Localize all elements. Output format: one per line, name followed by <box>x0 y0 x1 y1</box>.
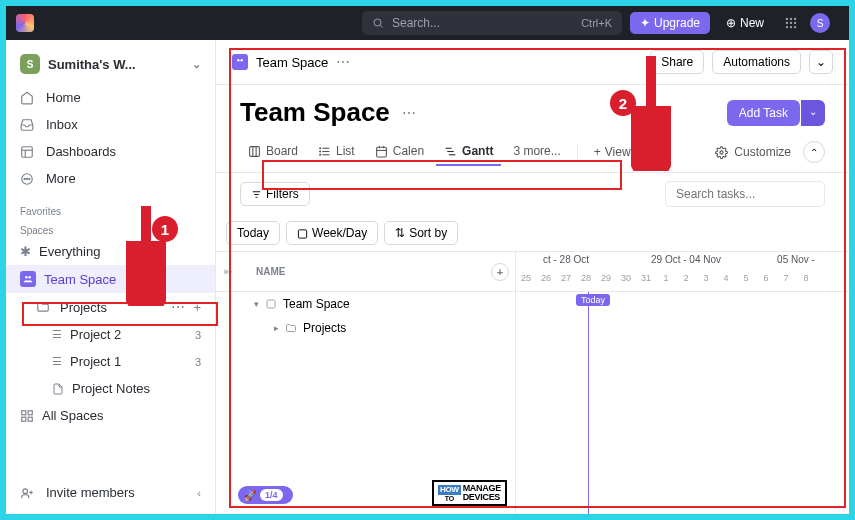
home-icon <box>20 91 36 105</box>
sort-by-button[interactable]: ⇅ Sort by <box>384 221 458 245</box>
main-content: Team Space ⋯ Share Automations ⌄ Team Sp… <box>216 40 849 514</box>
topbar: Search... Ctrl+K ✦ Upgrade ⊕ New S <box>6 6 849 40</box>
wm-to: TO <box>438 495 461 502</box>
nav-inbox[interactable]: Inbox <box>6 111 215 138</box>
svg-point-19 <box>28 276 31 279</box>
breadcrumb-title[interactable]: Team Space <box>256 55 328 70</box>
sidebar-projects-folder[interactable]: Projects ⋯ + <box>6 293 215 321</box>
projects-dots-icon[interactable]: ⋯ <box>171 299 185 315</box>
workspace-badge: S <box>20 54 40 74</box>
svg-point-37 <box>320 154 321 155</box>
view-list[interactable]: List <box>310 138 363 166</box>
app-logo[interactable] <box>16 14 34 32</box>
all-spaces-label: All Spaces <box>42 408 103 423</box>
more-icon <box>20 172 36 186</box>
nav-home[interactable]: Home <box>6 84 215 111</box>
svg-point-15 <box>24 178 25 179</box>
inbox-icon <box>20 118 36 132</box>
view-more[interactable]: 3 more... <box>505 138 568 166</box>
svg-point-36 <box>320 150 321 151</box>
breadcrumb-space-icon <box>232 54 248 70</box>
sidebar-project-1[interactable]: ☰ Project 1 3 <box>6 348 215 375</box>
apps-grid-icon[interactable] <box>780 12 802 34</box>
name-col-label: NAME <box>256 266 285 277</box>
wm-how: HOW <box>438 485 461 495</box>
svg-rect-38 <box>376 147 386 157</box>
nav-home-label: Home <box>46 90 81 105</box>
chevron-down-icon: ⌄ <box>192 58 201 71</box>
svg-point-8 <box>786 26 788 28</box>
upgrade-label: Upgrade <box>654 16 700 30</box>
view-gantt[interactable]: Gantt <box>436 138 501 166</box>
search-placeholder: Search... <box>392 16 440 30</box>
team-space-label: Team Space <box>44 272 116 287</box>
search-kbd: Ctrl+K <box>581 17 612 29</box>
customize-button[interactable]: Customize <box>715 145 791 159</box>
add-task-caret[interactable]: ⌄ <box>801 100 825 126</box>
add-task-button[interactable]: Add Task <box>727 100 800 126</box>
collapse-button[interactable]: ⌃ <box>803 141 825 163</box>
sidebar-all-spaces[interactable]: All Spaces <box>6 402 215 429</box>
svg-rect-49 <box>298 229 306 237</box>
sidebar-project-notes[interactable]: Project Notes <box>6 375 215 402</box>
onboarding-pill[interactable]: 🚀 1/4 <box>238 486 293 504</box>
invite-label: Invite members <box>46 485 135 500</box>
day-cell: 6 <box>756 273 776 291</box>
svg-point-7 <box>794 22 796 24</box>
collapse-tree-icon[interactable]: ⇤ <box>224 266 232 277</box>
day-cell: 28 <box>576 273 596 291</box>
nav-dashboards-label: Dashboards <box>46 144 116 159</box>
page-title: Team Space <box>240 97 390 128</box>
svg-point-35 <box>320 147 321 148</box>
tree-team-space[interactable]: ▾ Team Space <box>216 292 515 316</box>
invite-members[interactable]: Invite members ‹ <box>6 479 215 506</box>
sidebar-team-space[interactable]: Team Space <box>6 265 215 293</box>
view-board[interactable]: Board <box>240 138 306 166</box>
gantt-timeline[interactable]: ct - 28 Oct 29 Oct - 04 Nov 05 Nov - 252… <box>516 252 849 514</box>
folder-icon <box>36 300 52 314</box>
view-calendar[interactable]: Calen <box>367 138 432 166</box>
automations-button[interactable]: Automations <box>712 50 801 74</box>
today-button[interactable]: Today <box>226 221 280 245</box>
svg-rect-21 <box>28 410 32 414</box>
sparkle-icon: ✦ <box>640 16 650 30</box>
nav-dashboards[interactable]: Dashboards <box>6 138 215 165</box>
global-search[interactable]: Search... Ctrl+K <box>362 11 622 35</box>
view-gantt-label: Gantt <box>462 144 493 158</box>
svg-rect-22 <box>22 417 26 421</box>
user-plus-icon <box>20 486 36 500</box>
view-calendar-label: Calen <box>393 144 424 158</box>
caret-right-icon[interactable]: ▸ <box>274 323 279 333</box>
upgrade-button[interactable]: ✦ Upgrade <box>630 12 710 34</box>
projects-plus-icon[interactable]: + <box>193 300 201 315</box>
search-tasks-input[interactable] <box>665 181 825 207</box>
tree-projects[interactable]: ▸ Projects <box>216 316 515 340</box>
breadcrumb-dots-icon[interactable]: ⋯ <box>336 54 350 70</box>
rocket-icon: 🚀 <box>244 490 256 501</box>
filters-button[interactable]: Filters <box>240 182 310 206</box>
favorites-section-label: Favorites <box>6 200 215 219</box>
gantt-toolbar: Today Week/Day ⇅ Sort by <box>216 215 849 251</box>
week-day-button[interactable]: Week/Day <box>286 221 378 245</box>
views-tabs: Board List Calen Gantt 3 more... <box>216 132 849 173</box>
week-day-label: Week/Day <box>312 226 367 240</box>
day-cell: 27 <box>556 273 576 291</box>
gantt-area: ⇤ NAME + ▾ Team Space ▸ Projects <box>216 251 849 514</box>
annotation-number-2: 2 <box>610 90 636 116</box>
svg-point-24 <box>23 488 28 493</box>
workspace-selector[interactable]: S Sumitha's W... ⌄ <box>6 48 215 80</box>
sidebar-everything[interactable]: ✱ Everything <box>6 238 215 265</box>
chevron-left-icon[interactable]: ‹ <box>197 487 201 499</box>
tree-root-label: Team Space <box>283 297 350 311</box>
page-hero: Team Space ⋯ Add Task ⌄ <box>216 85 849 132</box>
nav-more[interactable]: More <box>6 165 215 192</box>
plus-icon: ⊕ <box>726 16 736 30</box>
caret-down-icon[interactable]: ▾ <box>254 299 259 309</box>
sidebar-project-2[interactable]: ☰ Project 2 3 <box>6 321 215 348</box>
title-dots-icon[interactable]: ⋯ <box>402 105 416 121</box>
view-list-label: List <box>336 144 355 158</box>
user-avatar[interactable]: S <box>810 13 830 33</box>
automations-dropdown[interactable]: ⌄ <box>809 50 833 74</box>
add-column-button[interactable]: + <box>491 263 509 281</box>
new-button[interactable]: ⊕ New <box>718 12 772 34</box>
